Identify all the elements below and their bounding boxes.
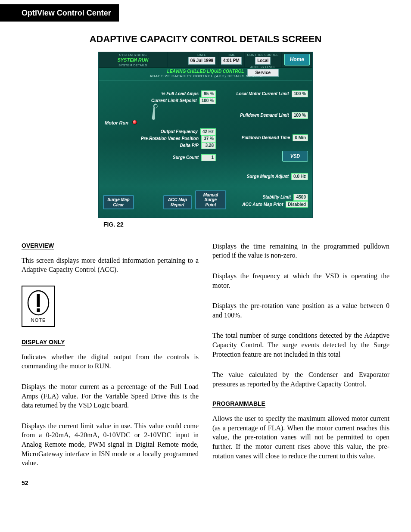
programmable-heading: PROGRAMMABLE: [212, 400, 389, 408]
control-source-label: CONTROL SOURCE: [247, 53, 279, 57]
system-status: SYSTEM RUN: [101, 57, 165, 63]
access-level-label: ACCESS LEVEL: [247, 65, 279, 69]
display-only-p3: Displays the current limit value in use.…: [22, 421, 199, 468]
display-only-heading: DISPLAY ONLY: [22, 338, 199, 346]
motor-run-label: Motor Run: [105, 120, 128, 126]
right-column: Displays the time remaining in the progr…: [212, 242, 389, 487]
note-icon-box: NOTE: [22, 286, 55, 327]
svg-rect-1: [37, 294, 40, 307]
right-p4: The total number of surge conditions det…: [212, 331, 389, 359]
hmi-figure: SYSTEM STATUS SYSTEM RUN SYSTEM DETAILS …: [22, 52, 389, 218]
field-full-load-amps: % Full Load Amps95 %: [147, 90, 216, 97]
field-pulldown-demand-limit[interactable]: Pulldown Demand Limit100 %: [224, 112, 308, 119]
field-current-limit-setpoint: Current Limit Setpoint100 %: [145, 97, 216, 104]
system-details-label: SYSTEM DETAILS: [101, 63, 165, 67]
control-source-value: Local: [255, 57, 271, 65]
overview-heading: OVERVIEW: [22, 242, 199, 250]
acc-map-report-button[interactable]: ACC MapReport: [163, 195, 192, 209]
time-label: TIME: [221, 53, 242, 57]
field-prv-position: Pre-Rotation Vanes Position37 %: [134, 135, 216, 142]
surge-map-clear-button[interactable]: Surge MapClear: [103, 195, 134, 209]
doc-header-bar: OptiView Control Center: [0, 4, 119, 22]
left-column: OVERVIEW This screen displays more detai…: [22, 242, 199, 487]
right-p1: Displays the time remaining in the progr…: [212, 242, 389, 260]
field-local-motor-current-limit[interactable]: Local Motor Current Limit100 %: [224, 90, 308, 97]
motor-run-led-icon: [132, 120, 137, 124]
field-surge-margin-adjust[interactable]: Surge Margin Adjust0.0 Hz: [224, 173, 308, 180]
field-acc-auto-map-print[interactable]: ACC Auto Map PrintDisabled: [227, 201, 308, 208]
note-label: NOTE: [31, 317, 46, 324]
date-value: 06 Jul 1999: [188, 57, 215, 65]
display-only-p2: Displays the motor current as a percenta…: [22, 382, 199, 410]
page-title: ADAPTIVE CAPACITY CONTROL DETAILS SCREEN: [22, 33, 389, 46]
right-p2: Displays the frequency at which the VSD …: [212, 271, 389, 290]
field-output-frequency: Output Frequency42 Hz: [146, 128, 216, 135]
hmi-subheader: LEAVING CHILLED LIQUID CONTROL: [167, 69, 244, 74]
hmi-top-bar: SYSTEM STATUS SYSTEM RUN SYSTEM DETAILS …: [99, 52, 312, 68]
page-number: 52: [22, 479, 199, 487]
right-p3: Displays the pre-rotation vane position …: [212, 301, 389, 320]
wrench-icon: [149, 103, 162, 124]
vsd-button[interactable]: VSD: [282, 151, 308, 162]
svg-rect-2: [37, 308, 40, 312]
field-stability-limit[interactable]: Stability Limit4500: [226, 194, 308, 201]
home-button[interactable]: Home: [284, 54, 310, 65]
manual-surge-point-button[interactable]: ManualSurge Point: [195, 190, 226, 210]
hmi-screen: SYSTEM STATUS SYSTEM RUN SYSTEM DETAILS …: [98, 52, 313, 218]
system-status-label: SYSTEM STATUS: [101, 53, 165, 57]
display-only-p1: Indicates whether the digital output fro…: [22, 352, 199, 371]
overview-paragraph: This screen displays more detailed infor…: [22, 256, 199, 274]
field-delta-pp: Delta P/P3.28: [147, 142, 216, 149]
field-pulldown-demand-time[interactable]: Pulldown Demand Time0 Min: [225, 134, 308, 141]
note-exclamation-icon: [26, 289, 50, 316]
programmable-p1: Allows the user to specify the maximum a…: [212, 414, 389, 460]
field-surge-count: Surge Count1: [147, 154, 216, 161]
time-value: 4:01 PM: [221, 57, 242, 65]
hmi-breadcrumb: ADAPTIVE CAPACITY CONTROL (ACC) DETAILS …: [99, 74, 312, 80]
figure-caption: FIG. 22: [103, 221, 389, 229]
date-label: DATE: [188, 53, 215, 57]
right-p5: The value calculated by the Condenser an…: [212, 370, 389, 389]
